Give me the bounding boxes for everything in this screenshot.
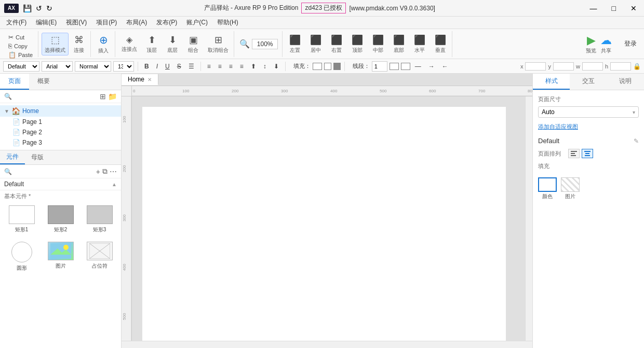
canvas-content[interactable] (132, 96, 525, 341)
fill-checkbox2[interactable] (333, 63, 341, 70)
tab-summary[interactable]: 概要 (29, 74, 58, 90)
tree-item-page2[interactable]: 📄 Page 2 (8, 127, 121, 137)
style-select[interactable]: Default (3, 61, 39, 72)
bottom-layer-button[interactable]: ⬇ 底层 (163, 33, 182, 55)
tab-widget[interactable]: 元件 (0, 150, 25, 164)
align-right-button[interactable]: ⬛ 右置 (327, 33, 346, 55)
valign-middle-text-button[interactable]: ↕ (261, 62, 269, 71)
insert-button[interactable]: ⊕ 插入 (94, 33, 113, 55)
save-icon[interactable]: 💾 (23, 4, 32, 12)
close-button[interactable]: ✕ (627, 3, 640, 13)
align-middle-button[interactable]: ⬛ 中部 (369, 33, 387, 55)
widget-rect2[interactable]: 矩形2 (43, 203, 78, 235)
login-button[interactable]: 登录 (620, 37, 641, 50)
valign-bottom-text-button[interactable]: ⬇ (271, 62, 281, 71)
size-select[interactable]: 13 (113, 61, 134, 72)
fill-checkbox[interactable] (324, 63, 331, 70)
menu-edit[interactable]: 编辑(E) (32, 17, 61, 28)
arrange-left-button[interactable] (568, 149, 580, 158)
widget-placeholder[interactable]: 占位符 (82, 240, 117, 274)
canvas-page[interactable] (142, 107, 506, 341)
maximize-button[interactable]: □ (609, 3, 619, 13)
connection-point-button[interactable]: ◈ 连接点 (118, 33, 140, 55)
y-input[interactable] (553, 62, 574, 71)
menu-help[interactable]: 帮助(H) (213, 17, 243, 28)
fill-image-option[interactable]: 图片 (561, 177, 580, 200)
align-justify-text-button[interactable]: ≡ (237, 62, 246, 71)
widget-image[interactable]: 图片 (43, 240, 78, 274)
menu-file[interactable]: 文件(F) (2, 17, 31, 28)
align-top-button[interactable]: ⬛ 顶部 (348, 33, 367, 55)
undo-icon[interactable]: ↺ (36, 4, 42, 12)
zoom-value[interactable]: 100% (252, 39, 278, 49)
arrange-center-button[interactable] (582, 149, 593, 158)
tab-style[interactable]: 样式 (533, 74, 570, 90)
paste-button[interactable]: 📋 Paste (6, 51, 35, 59)
h-input[interactable] (610, 62, 631, 71)
canvas-tab-close-icon[interactable]: ✕ (147, 77, 152, 82)
font-select[interactable]: Arial (42, 61, 73, 72)
page-size-select[interactable]: Auto ▾ (538, 106, 639, 118)
connect-button[interactable]: ⌘ 连接 (70, 33, 88, 55)
line-width-input[interactable] (372, 61, 387, 72)
x-input[interactable] (525, 62, 546, 71)
widget-menu-icon[interactable]: ⋯ (110, 168, 117, 176)
horizontal-scrollbar[interactable] (122, 341, 532, 348)
widget-add-icon[interactable]: + (96, 168, 100, 176)
tree-item-home[interactable]: ▼ 🏠 Home (0, 105, 121, 117)
strikethrough-button[interactable]: S (175, 62, 184, 71)
align-center-text-button[interactable]: ≡ (216, 62, 224, 71)
line-style-button[interactable]: — (412, 62, 424, 71)
tree-item-page3[interactable]: 📄 Page 3 (8, 137, 121, 148)
line-start-button[interactable]: ← (439, 62, 451, 71)
vertical-scrollbar[interactable] (525, 96, 532, 341)
ungroup-button[interactable]: ⊞ 取消组合 (205, 33, 232, 55)
widget-copy-icon[interactable]: ⧉ (102, 167, 108, 176)
copy-button[interactable]: ⎘ Copy (6, 42, 30, 50)
w-input[interactable] (582, 62, 603, 71)
menu-project[interactable]: 项目(P) (92, 17, 121, 28)
align-bottom-button[interactable]: ⬛ 底部 (390, 33, 408, 55)
adaptive-view-link[interactable]: 添加自适应视图 (538, 123, 639, 131)
add-folder-icon[interactable]: 📁 (108, 92, 117, 101)
weight-select[interactable]: Normal (75, 61, 111, 72)
add-page-icon[interactable]: ⊞ (100, 92, 106, 101)
minimize-button[interactable]: — (587, 3, 600, 13)
redo-icon[interactable]: ↻ (46, 4, 52, 12)
canvas-tab-home[interactable]: Home ✕ (122, 74, 158, 85)
valign-top-text-button[interactable]: ⬆ (248, 62, 259, 71)
line-color-box2[interactable] (401, 63, 410, 70)
menu-layout[interactable]: 布局(A) (122, 17, 151, 28)
distribute-v-button[interactable]: ⬛ 垂直 (431, 33, 450, 55)
select-mode-button[interactable]: ⬚ 选择模式 (42, 33, 69, 55)
tab-interact[interactable]: 交互 (570, 74, 607, 90)
align-center-button[interactable]: ⬛ 居中 (306, 33, 325, 55)
fill-color-box[interactable] (313, 63, 322, 70)
section-edit-icon[interactable]: ✎ (634, 137, 639, 145)
widget-circle[interactable]: 圆形 (4, 240, 39, 274)
menu-publish[interactable]: 发布(P) (152, 17, 181, 28)
page-search-input[interactable] (14, 93, 98, 100)
distribute-h-button[interactable]: ⬛ 水平 (410, 33, 429, 55)
bold-button[interactable]: B (142, 62, 152, 71)
fill-color-option[interactable]: 颜色 (538, 177, 557, 200)
menu-account[interactable]: 账户(C) (182, 17, 212, 28)
tab-master[interactable]: 母版 (25, 151, 50, 164)
top-layer-button[interactable]: ⬆ 顶层 (142, 33, 161, 55)
share-button[interactable]: ☁ 共享 (600, 34, 612, 54)
group-button[interactable]: ▣ 组合 (184, 33, 203, 55)
menu-view[interactable]: 视图(V) (62, 17, 91, 28)
tab-notes[interactable]: 说明 (607, 74, 644, 90)
widget-search-input[interactable] (14, 169, 94, 175)
widget-rect1[interactable]: 矩形1 (4, 203, 39, 235)
italic-button[interactable]: I (154, 62, 160, 71)
preview-button[interactable]: ▶ 预览 (586, 34, 596, 54)
cut-button[interactable]: ✂ Cut (6, 33, 26, 41)
widget-rect3[interactable]: 矩形3 (82, 203, 117, 235)
tab-page[interactable]: 页面 (0, 74, 29, 90)
align-right-text-button[interactable]: ≡ (226, 62, 235, 71)
underline-button[interactable]: U (163, 62, 172, 71)
line-color-box[interactable] (390, 63, 399, 70)
align-left-text-button[interactable]: ≡ (205, 62, 213, 71)
line-end-button[interactable]: → (426, 62, 437, 71)
